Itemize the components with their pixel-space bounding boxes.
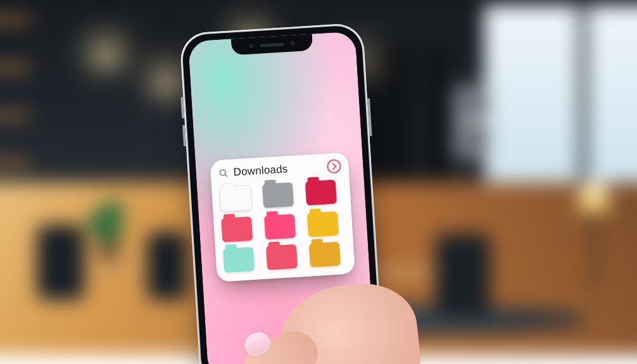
- folder-item[interactable]: [221, 217, 253, 242]
- speaker-icon: [260, 42, 284, 47]
- svg-line-1: [225, 174, 227, 176]
- front-camera-icon: [248, 43, 253, 48]
- folder-item[interactable]: [305, 180, 337, 206]
- folder-item[interactable]: [264, 214, 296, 240]
- phone-notch: [231, 34, 313, 56]
- folder-item[interactable]: [309, 242, 341, 268]
- folder-grid: [219, 179, 347, 273]
- folder-item[interactable]: [223, 247, 255, 273]
- downloads-card[interactable]: Downloads: [210, 152, 355, 282]
- scene: Downloads: [0, 0, 637, 364]
- search-icon[interactable]: [218, 168, 229, 179]
- card-title: Downloads: [233, 161, 322, 179]
- floor-lamp: [573, 183, 614, 292]
- folder-item[interactable]: [307, 211, 339, 237]
- folder-item[interactable]: [262, 182, 294, 208]
- folder-item[interactable]: [219, 185, 252, 212]
- sensor-icon: [290, 41, 295, 46]
- smartphone: Downloads: [179, 23, 384, 364]
- folder-item[interactable]: [266, 244, 298, 270]
- card-header: Downloads: [218, 159, 341, 180]
- phone-screen[interactable]: Downloads: [188, 31, 375, 364]
- play-circle-icon[interactable]: [327, 159, 341, 173]
